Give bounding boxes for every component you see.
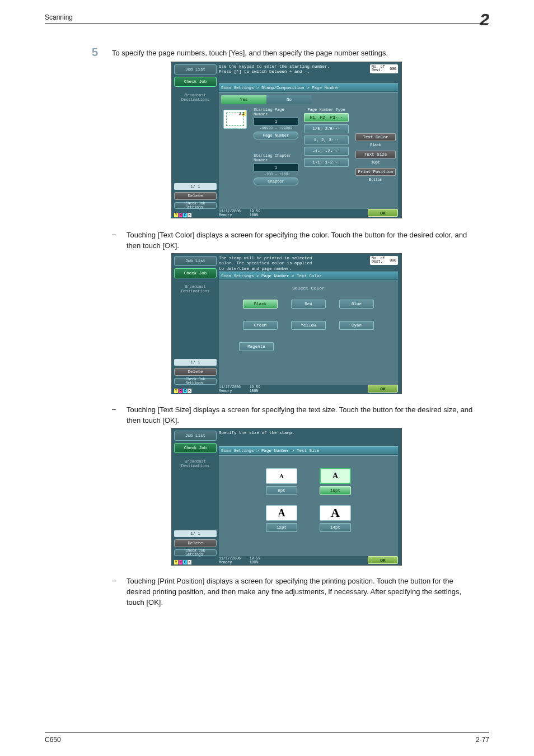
starting-chapter-label: Starting Chapter Number bbox=[254, 153, 298, 162]
bullet-c-text: Touching [Print Position] displays a scr… bbox=[127, 576, 478, 608]
toner-y: Y bbox=[174, 389, 178, 393]
check-job-settings-button[interactable]: Check Job Settings bbox=[174, 202, 217, 209]
toner-y: Y bbox=[174, 213, 178, 217]
size-preview-10pt: A bbox=[320, 468, 351, 484]
delete-button[interactable]: Delete bbox=[174, 539, 217, 547]
size-preview-8pt: A bbox=[266, 468, 297, 484]
page-counter: 1/ 1 bbox=[174, 183, 217, 190]
color-red[interactable]: Red bbox=[291, 300, 326, 309]
toner-y: Y bbox=[174, 560, 178, 564]
check-job-settings-button[interactable]: Check Job Settings bbox=[174, 549, 217, 556]
tip-text: The stamp will be printed in selected co… bbox=[219, 256, 368, 272]
size-preview-12pt: A bbox=[266, 505, 297, 521]
page-number-keypad-button[interactable]: Page Number bbox=[254, 132, 298, 139]
toner-c: C bbox=[183, 213, 187, 217]
screenshot-text-size: Job List Check Job Broadcast Destination… bbox=[171, 428, 402, 566]
delete-button[interactable]: Delete bbox=[174, 368, 217, 376]
status-bar: 11/17/2006 19:59 Memory 100% bbox=[219, 557, 260, 564]
select-color-heading: Select Color bbox=[219, 281, 398, 294]
page-counter: 1/ 1 bbox=[174, 359, 217, 366]
text-size-button[interactable]: Text Size bbox=[355, 151, 396, 158]
type-opt-15[interactable]: 1/5, 2/5··· bbox=[304, 124, 349, 133]
type-opt-dash[interactable]: -1-, -2-··· bbox=[304, 147, 349, 156]
no-button[interactable]: No bbox=[266, 95, 312, 104]
size-14pt[interactable]: 14pt bbox=[320, 523, 351, 532]
starting-page-range: -99999 - +99999 bbox=[254, 127, 298, 130]
toner-indicators: Y M C K bbox=[174, 386, 191, 393]
check-job-button[interactable]: Check Job bbox=[174, 77, 217, 87]
color-magenta[interactable]: Magenta bbox=[239, 342, 274, 351]
ok-button[interactable]: OK bbox=[368, 209, 398, 217]
status-bar: 11/17/2006 19:59 Memory 100% bbox=[219, 209, 260, 217]
header-rule bbox=[45, 24, 489, 24]
screenshot-page-number: Job List Check Job Broadcast Destination… bbox=[171, 62, 402, 218]
bullet-dash: – bbox=[112, 230, 116, 239]
footer-page: 2-77 bbox=[476, 736, 489, 744]
breadcrumb: Scan Settings > Page Number > Text Size bbox=[219, 446, 398, 454]
toner-m: M bbox=[179, 213, 182, 217]
color-blue[interactable]: Blue bbox=[339, 300, 374, 309]
status-bar: 11/17/2006 19:59 Memory 100% bbox=[219, 385, 260, 393]
broadcast-label: Broadcast Destinations bbox=[174, 94, 217, 102]
breadcrumb: Scan Settings > Stamp/Composition > Page… bbox=[219, 83, 398, 91]
type-opt-11[interactable]: 1-1, 1-2··· bbox=[304, 158, 349, 167]
size-12pt[interactable]: 12pt bbox=[266, 523, 297, 532]
size-preview-14pt: A bbox=[320, 505, 351, 521]
step-text: To specify the page numbers, touch [Yes]… bbox=[112, 48, 478, 59]
check-job-button[interactable]: Check Job bbox=[174, 268, 217, 278]
toner-indicators: Y M C K bbox=[174, 211, 191, 217]
toner-c: C bbox=[183, 560, 187, 564]
type-opt-123[interactable]: 1, 2, 3··· bbox=[304, 136, 349, 144]
toner-m: M bbox=[179, 389, 182, 393]
preview-text: 2,3 bbox=[239, 111, 245, 115]
chapter-keypad-button[interactable]: Chapter bbox=[254, 178, 298, 185]
dest-counter: No. of Dest. 000 bbox=[370, 64, 398, 73]
dest-counter-value: 000 bbox=[390, 67, 396, 71]
toner-c: C bbox=[183, 389, 187, 393]
footer-model: C650 bbox=[45, 736, 61, 744]
text-color-button[interactable]: Text Color bbox=[355, 133, 396, 141]
screenshot-text-color: Job List Check Job Broadcast Destination… bbox=[171, 253, 402, 394]
starting-page-label: Starting Page Number bbox=[254, 108, 298, 116]
toner-m: M bbox=[179, 560, 182, 564]
toner-k: K bbox=[188, 213, 191, 217]
dest-counter-label: No. of Dest. bbox=[372, 257, 385, 264]
job-list-button[interactable]: Job List bbox=[174, 256, 217, 266]
color-cyan[interactable]: Cyan bbox=[339, 321, 374, 330]
size-10pt[interactable]: 10pt bbox=[320, 486, 351, 495]
type-opt-p1[interactable]: P1, P2, P3··· bbox=[304, 113, 349, 122]
broadcast-label: Broadcast Destinations bbox=[174, 285, 217, 293]
bullet-b-text: Touching [Text Size] displays a screen f… bbox=[127, 405, 478, 426]
dest-counter: No. of Dest. 000 bbox=[370, 256, 398, 265]
text-color-value: Black bbox=[355, 143, 396, 147]
print-position-button[interactable]: Print Position bbox=[355, 168, 396, 176]
bullet-dash: – bbox=[112, 405, 116, 413]
job-list-button[interactable]: Job List bbox=[174, 431, 217, 441]
page-header-section: Scanning bbox=[45, 13, 73, 21]
check-job-button[interactable]: Check Job bbox=[174, 443, 217, 453]
broadcast-label: Broadcast Destinations bbox=[174, 460, 217, 468]
delete-button[interactable]: Delete bbox=[174, 192, 217, 200]
page-counter: 1/ 1 bbox=[174, 530, 217, 537]
step-number: 5 bbox=[92, 46, 98, 59]
yes-button[interactable]: Yes bbox=[221, 95, 266, 104]
check-job-settings-button[interactable]: Check Job Settings bbox=[174, 378, 217, 385]
ok-button[interactable]: OK bbox=[368, 385, 398, 393]
size-8pt[interactable]: 8pt bbox=[266, 486, 297, 495]
page-preview: 2,3 bbox=[223, 110, 247, 129]
color-yellow[interactable]: Yellow bbox=[291, 321, 326, 330]
job-list-button[interactable]: Job List bbox=[174, 64, 217, 74]
color-black[interactable]: Black bbox=[243, 300, 278, 309]
page-number-type-label: Page Number Type bbox=[304, 108, 349, 112]
tip-text: Specify the size of the stamp. bbox=[219, 431, 368, 436]
toner-k: K bbox=[188, 389, 191, 393]
bullet-a-text: Touching [Text Color] displays a screen … bbox=[127, 230, 478, 251]
toner-k: K bbox=[188, 560, 191, 564]
print-position-value: Bottom bbox=[355, 178, 396, 182]
ok-button[interactable]: OK bbox=[368, 556, 398, 564]
footer-rule bbox=[45, 732, 489, 732]
text-size-value: 10pt bbox=[355, 161, 396, 165]
dest-counter-value: 000 bbox=[390, 259, 396, 263]
color-green[interactable]: Green bbox=[243, 321, 278, 330]
starting-chapter-value: 1 bbox=[254, 164, 298, 171]
